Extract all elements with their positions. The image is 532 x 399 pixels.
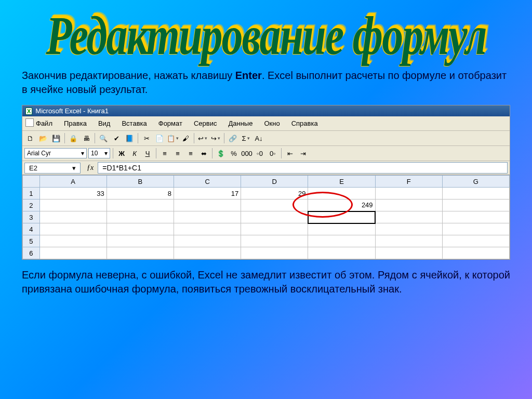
spell-icon[interactable]: ✔ xyxy=(111,132,122,144)
cell-c4[interactable] xyxy=(174,223,241,235)
cell-d3[interactable] xyxy=(241,211,308,223)
cell-f2[interactable] xyxy=(375,200,442,211)
align-left-icon[interactable]: ≡ xyxy=(159,148,170,159)
italic-button[interactable]: К xyxy=(129,148,140,159)
hyperlink-icon[interactable]: 🔗 xyxy=(227,132,238,144)
research-icon[interactable]: 📘 xyxy=(124,132,135,144)
fx-icon[interactable]: ƒx xyxy=(83,164,98,172)
menu-window[interactable]: Окно xyxy=(259,117,285,129)
col-header-c[interactable]: C xyxy=(174,176,241,188)
bold-button[interactable]: Ж xyxy=(116,148,127,159)
cell-a1[interactable]: 33 xyxy=(39,188,107,200)
cell-d4[interactable] xyxy=(241,223,308,235)
cell-e1[interactable] xyxy=(308,188,375,200)
col-header-b[interactable]: B xyxy=(107,176,174,188)
percent-icon[interactable]: % xyxy=(228,148,240,159)
cell-b5[interactable] xyxy=(107,235,174,247)
menu-format[interactable]: Формат xyxy=(153,117,188,129)
menu-edit[interactable]: Правка xyxy=(59,117,92,129)
cell-b3[interactable] xyxy=(107,211,174,223)
cell-g4[interactable] xyxy=(442,223,509,235)
name-box[interactable]: E2▾ xyxy=(24,163,81,174)
col-header-f[interactable]: F xyxy=(375,176,442,188)
cell-c6[interactable] xyxy=(174,247,241,259)
cell-b4[interactable] xyxy=(107,223,174,235)
row-header-4[interactable]: 4 xyxy=(23,223,40,235)
cell-a2[interactable] xyxy=(39,200,107,211)
align-right-icon[interactable]: ≡ xyxy=(185,148,196,159)
menu-insert[interactable]: Вставка xyxy=(116,117,152,129)
row-header-5[interactable]: 5 xyxy=(23,235,40,247)
cell-c1[interactable]: 17 xyxy=(174,188,241,200)
cell-a3[interactable] xyxy=(39,211,107,223)
font-size-box[interactable]: 10▾ xyxy=(88,148,110,158)
font-name-box[interactable]: Arial Cyr▾ xyxy=(24,148,87,158)
menu-file[interactable]: Файл xyxy=(24,117,58,129)
copy-icon[interactable]: 📄 xyxy=(154,132,165,144)
cell-e4[interactable] xyxy=(308,223,375,235)
cut-icon[interactable]: ✂ xyxy=(141,132,152,144)
col-header-e[interactable]: E xyxy=(308,176,375,188)
cell-d2[interactable] xyxy=(241,200,308,211)
currency-icon[interactable]: 💲 xyxy=(215,148,227,159)
cell-b2[interactable] xyxy=(107,200,174,211)
cell-g6[interactable] xyxy=(442,247,509,259)
redo-icon[interactable]: ↪ xyxy=(210,132,221,144)
row-header-3[interactable]: 3 xyxy=(23,211,40,223)
cell-f5[interactable] xyxy=(375,235,442,247)
comma-icon[interactable]: 000 xyxy=(241,148,252,159)
cell-e2[interactable]: 249 xyxy=(308,200,375,211)
merge-icon[interactable]: ⬌ xyxy=(198,148,209,159)
cell-e3-selected[interactable] xyxy=(308,211,375,223)
inc-indent-icon[interactable]: ⇥ xyxy=(297,148,309,159)
cell-g2[interactable] xyxy=(442,200,509,211)
underline-button[interactable]: Ч xyxy=(142,148,153,159)
cell-g5[interactable] xyxy=(442,235,509,247)
cell-f3[interactable] xyxy=(375,211,442,223)
undo-icon[interactable]: ↩ xyxy=(197,132,208,144)
cell-d1[interactable]: 29 xyxy=(241,188,308,200)
inc-decimal-icon[interactable]: ◦0 xyxy=(254,148,265,159)
menu-tools[interactable]: Сервис xyxy=(189,117,222,129)
menu-view[interactable]: Вид xyxy=(93,117,116,129)
cell-a6[interactable] xyxy=(39,247,107,259)
sort-icon[interactable]: A↓ xyxy=(253,132,264,144)
cell-f4[interactable] xyxy=(375,223,442,235)
cell-g1[interactable] xyxy=(442,188,509,200)
cell-d6[interactable] xyxy=(241,247,308,259)
cell-a5[interactable] xyxy=(39,235,107,247)
cell-a4[interactable] xyxy=(39,223,107,235)
menu-data[interactable]: Данные xyxy=(223,117,258,129)
cell-c2[interactable] xyxy=(174,200,241,211)
cell-d5[interactable] xyxy=(241,235,308,247)
cell-g3[interactable] xyxy=(442,211,509,223)
cell-f1[interactable] xyxy=(375,188,442,200)
paste-icon[interactable]: 📋 xyxy=(167,132,178,144)
spreadsheet-grid[interactable]: A B C D E F G 1 33 8 17 29 2 249 3 4 xyxy=(22,175,510,259)
align-center-icon[interactable]: ≡ xyxy=(172,148,183,159)
preview-icon[interactable]: 🔍 xyxy=(98,132,109,144)
col-header-d[interactable]: D xyxy=(241,176,308,188)
cell-b1[interactable]: 8 xyxy=(107,188,174,200)
print-icon[interactable]: 🖶 xyxy=(81,132,92,144)
menu-help[interactable]: Справка xyxy=(286,117,323,129)
row-header-6[interactable]: 6 xyxy=(23,247,40,259)
open-icon[interactable]: 📂 xyxy=(37,132,49,144)
dec-decimal-icon[interactable]: 0◦ xyxy=(267,148,278,159)
cell-e5[interactable] xyxy=(308,235,375,247)
permission-icon[interactable]: 🔒 xyxy=(68,132,79,144)
autosum-icon[interactable]: Σ xyxy=(240,132,251,144)
cell-c3[interactable] xyxy=(174,211,241,223)
formula-input[interactable]: =D1*B1+C1 xyxy=(98,162,508,174)
cell-c5[interactable] xyxy=(174,235,241,247)
select-all-corner[interactable] xyxy=(23,176,40,188)
dec-indent-icon[interactable]: ⇤ xyxy=(284,148,296,159)
format-painter-icon[interactable]: 🖌 xyxy=(180,132,191,144)
col-header-a[interactable]: A xyxy=(39,176,107,188)
col-header-g[interactable]: G xyxy=(442,176,509,188)
cell-e6[interactable] xyxy=(308,247,375,259)
row-header-2[interactable]: 2 xyxy=(23,200,40,211)
cell-b6[interactable] xyxy=(107,247,174,259)
new-icon[interactable]: 🗋 xyxy=(24,132,36,144)
save-icon[interactable]: 💾 xyxy=(50,132,62,144)
